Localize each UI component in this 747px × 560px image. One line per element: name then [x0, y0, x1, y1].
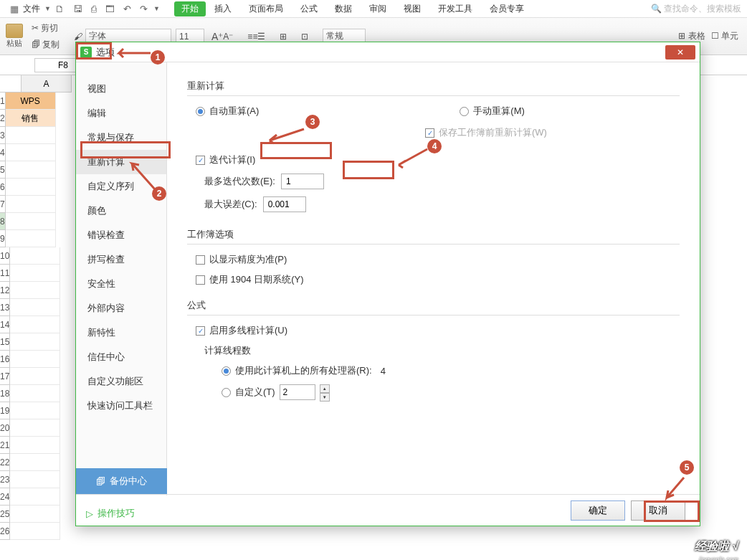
row-header[interactable]: 24 [0, 488, 10, 506]
qat-preview-icon[interactable]: 🗔 [101, 4, 119, 14]
sidebar-item-qat[interactable]: 快速访问工具栏 [76, 394, 166, 418]
cell[interactable] [10, 265, 60, 282]
cell[interactable] [6, 144, 56, 161]
indent-icon[interactable]: ☰ [257, 32, 265, 42]
table-style-button[interactable]: ⊞ 表格 [678, 30, 705, 42]
row-header[interactable]: 4 [0, 144, 6, 161]
qat-more-icon[interactable]: ▼ [153, 5, 160, 12]
cell[interactable] [10, 506, 60, 523]
sidebar-item-security[interactable]: 安全性 [76, 272, 166, 296]
row-header[interactable]: 2 [0, 110, 6, 127]
search-input[interactable]: 🔍 查找命令、搜索模板 [651, 3, 741, 15]
col-header-a[interactable]: A [22, 75, 72, 92]
row-header[interactable]: 1 [0, 92, 6, 110]
qat-redo-icon[interactable]: ↷ [135, 4, 152, 14]
cell[interactable] [10, 454, 60, 471]
cell[interactable] [10, 523, 60, 540]
cell[interactable] [10, 333, 60, 351]
tab-start[interactable]: 开始 [174, 1, 206, 16]
close-button[interactable]: ✕ [665, 45, 695, 60]
format-painter-icon[interactable]: 🖌 [71, 30, 85, 43]
backup-center-button[interactable]: 🗐 备份中心 [76, 468, 167, 494]
qat-new-icon[interactable]: 🗋 [51, 4, 69, 14]
tab-insert[interactable]: 插入 [206, 3, 240, 15]
merge-icon[interactable]: ⊞ [280, 32, 287, 42]
cell[interactable] [10, 247, 60, 265]
tab-formula[interactable]: 公式 [292, 3, 326, 15]
custom-threads-input[interactable] [280, 384, 315, 400]
wrap-icon[interactable]: ⊡ [301, 32, 308, 42]
tab-page-layout[interactable]: 页面布局 [240, 3, 292, 15]
row-header[interactable]: 25 [0, 506, 10, 523]
cancel-button[interactable]: 取消 [631, 500, 685, 521]
spinner-down-icon[interactable]: ▼ [320, 393, 330, 402]
tab-review[interactable]: 审阅 [361, 3, 395, 15]
cell[interactable] [10, 402, 60, 419]
row-header[interactable]: 18 [0, 385, 10, 402]
valign-icon[interactable]: ≡ [252, 32, 257, 42]
cell[interactable] [10, 282, 60, 299]
tab-member[interactable]: 会员专享 [481, 3, 533, 15]
row-header[interactable]: 14 [0, 316, 10, 333]
cut-button[interactable]: ✂ 剪切 [29, 21, 62, 36]
increase-font-icon[interactable]: A⁺ [211, 31, 223, 42]
cell[interactable] [6, 127, 56, 144]
tab-data[interactable]: 数据 [326, 3, 361, 15]
sidebar-item-general-save[interactable]: 常规与保存 [76, 125, 166, 150]
row-header[interactable]: 17 [0, 368, 10, 385]
cell[interactable] [6, 161, 56, 179]
sidebar-item-spell-check[interactable]: 拼写检查 [76, 247, 166, 272]
sidebar-item-color[interactable]: 颜色 [76, 199, 166, 223]
copy-button[interactable]: 🗐 复制 [29, 37, 62, 52]
file-menu[interactable]: 文件▼ [23, 3, 51, 15]
cell-style-button[interactable]: ☐ 单元 [711, 30, 738, 42]
row-header[interactable]: 16 [0, 351, 10, 368]
row-header[interactable]: 26 [0, 523, 10, 540]
row-header[interactable]: 23 [0, 471, 10, 488]
row-header[interactable]: 8 [0, 213, 6, 230]
row-header[interactable]: 10 [0, 247, 10, 265]
cell[interactable] [10, 299, 60, 316]
cell[interactable] [6, 196, 56, 213]
sidebar-item-new-features[interactable]: 新特性 [76, 321, 166, 345]
sidebar-item-recalc[interactable]: 重新计算 [76, 150, 166, 174]
row-header[interactable]: 15 [0, 333, 10, 351]
radio-use-all-processors[interactable]: 使用此计算机上的所有处理器(R): 4 [222, 364, 386, 377]
row-header[interactable]: 20 [0, 419, 10, 437]
row-header[interactable]: 12 [0, 282, 10, 299]
ok-button[interactable]: 确定 [571, 500, 625, 521]
cell[interactable] [6, 213, 56, 230]
spinner-up-icon[interactable]: ▲ [320, 384, 330, 393]
row-header[interactable]: 9 [0, 230, 6, 247]
decrease-font-icon[interactable]: A⁻ [223, 32, 233, 42]
cell[interactable] [10, 488, 60, 506]
cell[interactable] [10, 351, 60, 368]
cell[interactable] [6, 230, 56, 247]
row-header[interactable]: 21 [0, 437, 10, 454]
tab-view[interactable]: 视图 [395, 3, 429, 15]
cell[interactable] [6, 179, 56, 196]
cell[interactable] [10, 385, 60, 402]
align-icon[interactable]: ≡ [247, 32, 252, 42]
max-change-input[interactable] [263, 196, 306, 212]
cell[interactable] [10, 471, 60, 488]
sidebar-item-external[interactable]: 外部内容 [76, 296, 166, 321]
cell[interactable] [10, 419, 60, 437]
row-header[interactable]: 7 [0, 196, 6, 213]
row-header[interactable]: 5 [0, 161, 6, 179]
checkbox-date1904[interactable]: 使用 1904 日期系统(Y) [187, 273, 680, 286]
spinner-buttons[interactable]: ▲ ▼ [320, 384, 330, 400]
sidebar-item-edit[interactable]: 编辑 [76, 101, 166, 125]
qat-undo-icon[interactable]: ↶ [119, 4, 135, 14]
qat-open-icon[interactable]: ⎙ [87, 4, 101, 14]
radio-custom-threads[interactable]: 自定义(T) ▲ ▼ [222, 384, 330, 400]
cell-a1[interactable]: WPS [6, 92, 56, 110]
row-header[interactable]: 11 [0, 265, 10, 282]
checkbox-iterative[interactable]: 迭代计算(I) [187, 153, 680, 166]
sidebar-item-view[interactable]: 视图 [76, 77, 166, 101]
sidebar-item-custom-ribbon[interactable]: 自定义功能区 [76, 369, 166, 394]
checkbox-multithread[interactable]: 启用多线程计算(U) [187, 324, 680, 337]
sidebar-item-trust-center[interactable]: 信任中心 [76, 345, 166, 369]
row-header[interactable]: 3 [0, 127, 6, 144]
checkbox-precision[interactable]: 以显示精度为准(P) [187, 253, 680, 266]
